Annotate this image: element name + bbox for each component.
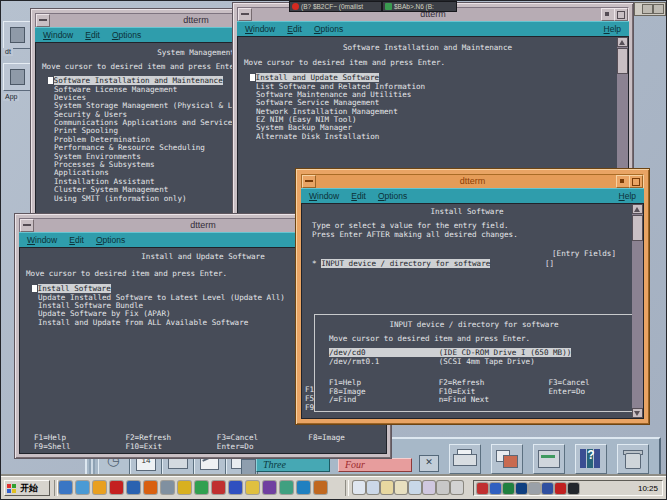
popup-instruction: Move cursor to desired item and press En…	[329, 335, 530, 343]
menu-edit[interactable]: Edit	[351, 191, 366, 201]
minimize-button[interactable]	[601, 8, 615, 21]
taskbar-window-button[interactable]	[353, 481, 365, 494]
desktop-icon-app-manager[interactable]	[3, 63, 31, 91]
screen-title: Software Installation and Maintenance	[238, 44, 617, 52]
workspace-button-three[interactable]: Three	[256, 458, 330, 472]
smit-screen: Install Software Type or select a value …	[301, 203, 644, 419]
quick-launch-icon[interactable]	[161, 481, 174, 494]
quick-launch-icon[interactable]	[178, 481, 191, 494]
desktop-icon-dtterm[interactable]	[3, 21, 31, 49]
scroll-thumb[interactable]	[617, 48, 628, 74]
taskbar-clock: 10:25	[638, 484, 658, 493]
exit-control[interactable]: ✕	[419, 455, 439, 472]
quick-launch-icon[interactable]	[59, 481, 72, 494]
window-fragment[interactable]	[634, 2, 666, 16]
window-menu-button[interactable]	[20, 219, 34, 232]
taskbar-window-button[interactable]	[451, 481, 463, 494]
tray-icon[interactable]	[529, 483, 540, 494]
menu-options[interactable]: Options	[314, 24, 343, 34]
instruction: Move cursor to desired item and press En…	[244, 59, 445, 67]
menu-list-item[interactable]: Install and Update from ALL Available So…	[38, 319, 285, 327]
maximize-button[interactable]	[614, 8, 628, 21]
menu-edit[interactable]: Edit	[85, 30, 100, 40]
minimized-title-bar[interactable]: (B? $B2CF~ (0mailist	[289, 1, 382, 12]
quick-launch-icon[interactable]	[93, 481, 106, 494]
menu-options[interactable]: Options	[96, 235, 125, 245]
taskbar-window-button[interactable]	[381, 481, 393, 494]
instruction: Move cursor to desired item and press En…	[42, 63, 243, 71]
menu-help[interactable]: Help	[604, 24, 621, 34]
start-button[interactable]: 开始	[4, 480, 50, 496]
menu-list: Update Installed Software to Latest Leve…	[38, 294, 285, 328]
app-icon	[292, 3, 299, 10]
taskbar-window-button[interactable]	[395, 481, 407, 494]
window-menu-button[interactable]	[36, 14, 50, 27]
maximize-button[interactable]	[629, 175, 643, 188]
tray-icon[interactable]	[490, 483, 501, 494]
taskbar-window-button[interactable]	[437, 481, 449, 494]
taskbar-window-button[interactable]	[367, 481, 379, 494]
quick-launch-icon[interactable]	[144, 481, 157, 494]
tray-icon[interactable]	[503, 483, 514, 494]
quick-launch-icon[interactable]	[314, 481, 327, 494]
function-keys-row: F9=Shell F10=Exit Enter=Do	[34, 443, 253, 451]
menu-window[interactable]: Window	[309, 191, 339, 201]
menu-options[interactable]: Options	[378, 191, 407, 201]
minimized-title: $BAb>.N6 (B:	[394, 3, 434, 10]
taskbar-separator	[345, 480, 349, 496]
minimize-button[interactable]	[616, 175, 630, 188]
quick-launch-icon[interactable]	[246, 481, 259, 494]
quick-launch-icon[interactable]	[263, 481, 276, 494]
quick-launch-icon[interactable]	[110, 481, 123, 494]
tray-icon[interactable]	[477, 483, 488, 494]
window-menu-button[interactable]	[302, 175, 316, 188]
tray-icon[interactable]	[555, 483, 566, 494]
help-icon[interactable]: ?	[575, 444, 607, 474]
quick-launch-icon[interactable]	[127, 481, 140, 494]
menu-window[interactable]: Window	[27, 235, 57, 245]
window-menu-button[interactable]	[238, 8, 252, 21]
menu-options[interactable]: Options	[112, 30, 141, 40]
minimize-button[interactable]	[642, 4, 653, 14]
close-button[interactable]	[653, 4, 664, 14]
menu-window[interactable]: Window	[43, 30, 73, 40]
popup-list-item[interactable]: /dev/rmt0.1 (SCSI 4mm Tape Drive)	[329, 358, 535, 366]
quick-launch-icon[interactable]	[229, 481, 242, 494]
menu-window[interactable]: Window	[245, 24, 275, 34]
titlebar[interactable]: dtterm	[301, 174, 644, 189]
tray-icon[interactable]	[516, 483, 527, 494]
minimized-title: (B? $B2CF~ (0mailist	[301, 3, 363, 10]
scroll-up-arrow[interactable]	[632, 204, 643, 214]
quick-launch-icon[interactable]	[212, 481, 225, 494]
desktop: dt App ◷ 14 Three Four ✕ ? dtterm Window…	[0, 0, 667, 500]
scroll-down-arrow[interactable]	[632, 408, 643, 418]
taskbar-window-button[interactable]	[409, 481, 421, 494]
quick-launch-bar	[59, 481, 331, 499]
scroll-up-arrow[interactable]	[617, 37, 628, 47]
taskbar-window-button[interactable]	[423, 481, 435, 494]
application-manager-icon[interactable]	[533, 444, 565, 474]
quick-launch-icon[interactable]	[195, 481, 208, 494]
printer-icon[interactable]	[449, 444, 481, 474]
workspace-button-four[interactable]: Four	[338, 458, 412, 472]
quick-launch-icon[interactable]	[297, 481, 310, 494]
tray-icon[interactable]	[568, 483, 579, 494]
tray-icon[interactable]	[542, 483, 553, 494]
menu-edit[interactable]: Edit	[287, 24, 302, 34]
quick-launch-icon[interactable]	[280, 481, 293, 494]
quick-launch-icon[interactable]	[76, 481, 89, 494]
scrollbar[interactable]	[632, 204, 643, 418]
window-title: dtterm	[460, 176, 486, 186]
menu-help[interactable]: Help	[619, 191, 636, 201]
scroll-thumb[interactable]	[632, 215, 643, 241]
menu-edit[interactable]: Edit	[69, 235, 84, 245]
entry-field-value[interactable]: []	[545, 260, 554, 268]
menu-list-item[interactable]: Alternate Disk Installation	[256, 133, 425, 141]
taskbar-separator	[54, 480, 58, 496]
minimized-title-bar[interactable]: $BAb>.N6 (B:	[382, 1, 457, 12]
background-fkey: F9	[305, 404, 314, 412]
style-manager-icon[interactable]	[491, 444, 523, 474]
subpanel-toggle[interactable]	[241, 459, 256, 475]
trash-icon[interactable]	[617, 444, 649, 474]
entry-field-row[interactable]: * INPUT device / directory for software	[312, 260, 490, 268]
